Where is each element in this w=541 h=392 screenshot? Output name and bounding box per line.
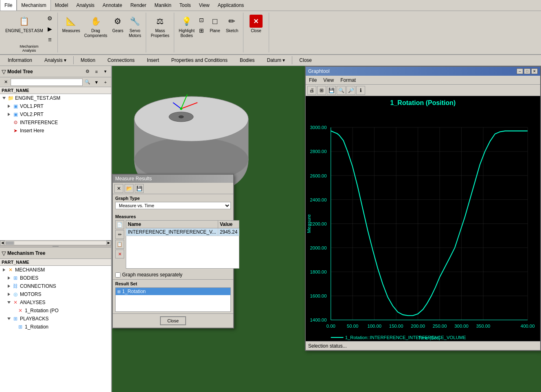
graph-type-select[interactable]: Measure vs. Time <box>115 202 231 209</box>
viewport[interactable]: Measure Results ✕ 📂 💾 Graph Type Measure… <box>112 66 541 392</box>
menu-manikin[interactable]: Manikin <box>150 0 175 11</box>
gt-table-btn[interactable]: ⊞ <box>317 86 326 95</box>
exp-playbacks[interactable] <box>7 316 11 321</box>
scroll-right-btn[interactable]: ▶ <box>106 241 111 245</box>
result-set-item-1[interactable]: ⊞ 1_Rotation <box>116 288 230 295</box>
tab-datum[interactable]: Datum ▾ <box>261 55 291 65</box>
collapse-icon[interactable]: ▽ <box>2 68 6 75</box>
copy-measure-btn[interactable]: 📋 <box>115 240 124 249</box>
gt-zoom-out-btn[interactable]: 🔎 <box>346 86 355 95</box>
edit-measure-btn[interactable]: ✏ <box>115 230 124 239</box>
scroll-thumb[interactable] <box>6 241 14 245</box>
measure-save-btn[interactable]: 💾 <box>135 184 144 193</box>
gt-save-btn[interactable]: 💾 <box>327 86 336 95</box>
tab-bodies[interactable]: Bodies <box>234 55 261 65</box>
summary-button[interactable]: 📋 ENGINE_TEST.ASM <box>3 13 45 44</box>
close-toolbar-button[interactable]: ✕ Close <box>246 13 266 35</box>
highlight-bodies-button[interactable]: 💡 HighlightBodies <box>177 13 197 39</box>
exp-rotation-analysis[interactable] <box>11 308 16 313</box>
gt-menu-view[interactable]: View <box>320 77 337 84</box>
delete-measure-btn[interactable]: ✕ <box>115 250 124 258</box>
menu-analysis[interactable]: Analysis <box>72 0 99 11</box>
exp-analyses[interactable] <box>7 300 11 305</box>
expander-interference[interactable] <box>7 120 11 125</box>
sketch-button[interactable]: ✏ Sketch <box>223 13 241 35</box>
gt-menu-format[interactable]: Format <box>337 77 359 84</box>
gt-menu-file[interactable]: File <box>306 77 320 84</box>
servo-motors-button[interactable]: 🔧 ServoMotors <box>126 13 143 39</box>
gt-info-btn[interactable]: ℹ <box>356 86 365 95</box>
add-measure-btn[interactable]: 📄 <box>115 220 124 229</box>
expander-vol2[interactable] <box>7 112 11 117</box>
menu-render[interactable]: Render <box>126 0 150 11</box>
exp-bodies[interactable] <box>7 276 11 280</box>
tree-settings-icon[interactable]: ⚙ <box>83 68 92 76</box>
mass-properties-button[interactable]: ⚖ MassProperties <box>149 13 171 39</box>
menu-view[interactable]: View <box>195 0 214 11</box>
expander-insert[interactable] <box>7 128 11 133</box>
tab-motion[interactable]: Motion <box>74 55 101 65</box>
tab-connections[interactable]: Connections <box>101 55 141 65</box>
mech-item-rotation-play[interactable]: ⊞ 1_Rotation <box>0 323 111 331</box>
tree-item-insert[interactable]: ➤ Insert Here <box>0 127 111 135</box>
close-search-icon[interactable]: ✕ <box>2 78 10 86</box>
exp-motors[interactable] <box>7 292 11 297</box>
mech-item-connections[interactable]: ⛓ CONNECTIONS <box>0 282 111 290</box>
collapse-mech-icon[interactable]: ▽ <box>2 250 6 256</box>
exp-mechanism[interactable] <box>2 267 7 272</box>
small-icon-1[interactable]: ☰ <box>45 35 55 44</box>
filter-icon[interactable]: ▼ <box>92 78 101 86</box>
icon-btn-2[interactable]: ⊞ <box>197 26 206 35</box>
tree-columns-icon[interactable]: ≡ <box>92 68 101 76</box>
measure-close-btn[interactable]: ✕ <box>114 184 123 193</box>
drag-components-button[interactable]: ✋ DragComponents <box>82 13 110 39</box>
menu-annotate[interactable]: Annotate <box>99 0 126 11</box>
expander-vol1[interactable] <box>7 104 11 109</box>
search-icon[interactable]: 🔍 <box>83 78 92 86</box>
gt-print-btn[interactable]: 🖨 <box>307 86 316 95</box>
menu-file[interactable]: File <box>0 0 17 11</box>
mech-item-motors[interactable]: ◎ MOTORS <box>0 290 111 298</box>
mech-item-analyses[interactable]: ✕ ANALYSES <box>0 298 111 307</box>
tree-expand-icon[interactable]: ▾ <box>101 68 110 76</box>
tree-item-engine[interactable]: 📁 ENGINE_TEST.ASM <box>0 94 111 102</box>
tab-information[interactable]: Information <box>2 55 38 65</box>
tree-item-vol1[interactable]: ▣ VOL1.PRT <box>0 102 111 110</box>
tab-properties[interactable]: Properties and Conditions <box>165 55 234 65</box>
mech-item-playbacks[interactable]: ⊞ PLAYBACKS <box>0 315 111 323</box>
minimize-btn[interactable]: – <box>517 68 523 74</box>
exp-rotation-play[interactable] <box>11 324 16 329</box>
tab-insert[interactable]: Insert <box>141 55 165 65</box>
measure-close-button[interactable]: Close <box>160 316 186 325</box>
playback-button[interactable]: ▶ <box>45 24 55 34</box>
gears-button[interactable]: ⚙ Gears <box>109 13 126 39</box>
measure-row-1[interactable]: INTERFERENCE_INTERFERENCE_V... 2945.24 <box>126 228 239 236</box>
mech-item-mechanism[interactable]: ✕ MECHANISM <box>0 266 111 274</box>
menu-applications[interactable]: Applications <box>214 0 248 11</box>
icon-btn-1[interactable]: ⊡ <box>197 15 206 25</box>
search-input-area[interactable] <box>11 79 83 86</box>
mech-item-rotation-analysis[interactable]: ✕ 1_Rotation (PO <box>0 307 111 315</box>
summary-icon: 📋 <box>18 15 31 28</box>
scroll-left-btn[interactable]: ◀ <box>0 241 5 245</box>
menu-model[interactable]: Model <box>51 0 72 11</box>
measures-button[interactable]: 📐 Measures <box>60 13 82 39</box>
mech-item-bodies[interactable]: ⊞ BODIES <box>0 274 111 282</box>
tree-item-interference[interactable]: ⚙ INTERFERENCE <box>0 118 111 127</box>
measure-open-btn[interactable]: 📂 <box>125 184 134 193</box>
tab-close[interactable]: Close <box>293 55 318 65</box>
graph-separately-checkbox[interactable] <box>115 272 120 278</box>
mechanism-analysis-button[interactable]: ⚙ <box>45 13 55 23</box>
tab-analysis[interactable]: Analysis ▾ <box>38 55 72 65</box>
gt-zoom-in-btn[interactable]: 🔍 <box>337 86 346 95</box>
add-icon[interactable]: + <box>101 78 110 86</box>
expander-engine[interactable] <box>2 96 7 101</box>
menu-mechanism[interactable]: Mechanism <box>17 0 50 11</box>
menu-tools[interactable]: Tools <box>175 0 195 11</box>
part-icon-vol1: ▣ <box>12 103 19 109</box>
restore-btn[interactable]: □ <box>524 68 530 74</box>
close-window-btn[interactable]: ✕ <box>531 68 538 74</box>
plane-button[interactable]: □ Plane <box>206 13 223 35</box>
exp-connections[interactable] <box>7 284 11 289</box>
tree-item-vol2[interactable]: ▣ VOL2.PRT <box>0 110 111 118</box>
